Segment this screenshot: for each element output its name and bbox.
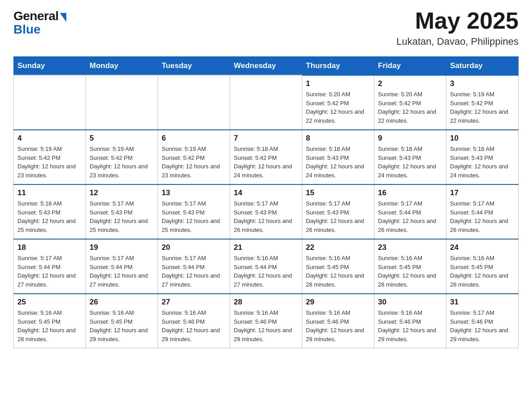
calendar-cell: 8Sunrise: 5:18 AMSunset: 5:43 PMDaylight… <box>302 130 374 184</box>
calendar-cell: 13Sunrise: 5:17 AMSunset: 5:43 PMDayligh… <box>158 184 230 239</box>
calendar-cell: 7Sunrise: 5:18 AMSunset: 5:42 PMDaylight… <box>230 130 302 184</box>
calendar-cell: 12Sunrise: 5:17 AMSunset: 5:43 PMDayligh… <box>86 184 158 239</box>
calendar-week-row: 4Sunrise: 5:19 AMSunset: 5:42 PMDaylight… <box>14 130 519 184</box>
day-info: Sunrise: 5:17 AMSunset: 5:44 PMDaylight:… <box>378 199 442 234</box>
logo-triangle-icon <box>60 13 66 22</box>
weekday-header-wednesday: Wednesday <box>230 57 302 76</box>
day-info: Sunrise: 5:16 AMSunset: 5:45 PMDaylight:… <box>306 254 370 289</box>
day-info: Sunrise: 5:19 AMSunset: 5:42 PMDaylight:… <box>17 145 82 180</box>
calendar-cell: 20Sunrise: 5:17 AMSunset: 5:44 PMDayligh… <box>158 239 230 294</box>
day-info: Sunrise: 5:20 AMSunset: 5:42 PMDaylight:… <box>306 90 370 125</box>
day-info: Sunrise: 5:17 AMSunset: 5:44 PMDaylight:… <box>17 254 82 289</box>
day-number: 2 <box>378 79 442 88</box>
day-info: Sunrise: 5:19 AMSunset: 5:42 PMDaylight:… <box>90 145 154 180</box>
title-section: May 2025 Lukatan, Davao, Philippines <box>396 9 519 47</box>
day-number: 11 <box>17 188 82 197</box>
day-info: Sunrise: 5:16 AMSunset: 5:44 PMDaylight:… <box>234 254 298 289</box>
calendar-cell: 9Sunrise: 5:18 AMSunset: 5:43 PMDaylight… <box>374 130 446 184</box>
day-number: 15 <box>306 188 370 197</box>
day-number: 31 <box>450 298 515 307</box>
calendar-cell: 25Sunrise: 5:16 AMSunset: 5:45 PMDayligh… <box>14 294 86 348</box>
calendar-cell: 5Sunrise: 5:19 AMSunset: 5:42 PMDaylight… <box>86 130 158 184</box>
day-info: Sunrise: 5:17 AMSunset: 5:44 PMDaylight:… <box>90 254 154 289</box>
day-number: 27 <box>162 298 226 307</box>
day-number: 18 <box>17 243 82 252</box>
day-number: 21 <box>234 243 298 252</box>
calendar-cell: 23Sunrise: 5:16 AMSunset: 5:45 PMDayligh… <box>374 239 446 294</box>
day-number: 7 <box>234 134 298 143</box>
logo-blue-text: Blue <box>13 22 41 37</box>
calendar-week-row: 25Sunrise: 5:16 AMSunset: 5:45 PMDayligh… <box>14 294 519 348</box>
weekday-header-friday: Friday <box>374 57 446 76</box>
day-number: 9 <box>378 134 442 143</box>
calendar-week-row: 11Sunrise: 5:18 AMSunset: 5:43 PMDayligh… <box>14 184 519 239</box>
day-number: 23 <box>378 243 442 252</box>
calendar-cell: 29Sunrise: 5:16 AMSunset: 5:46 PMDayligh… <box>302 294 374 348</box>
weekday-header-tuesday: Tuesday <box>158 57 230 76</box>
calendar-cell: 14Sunrise: 5:17 AMSunset: 5:43 PMDayligh… <box>230 184 302 239</box>
day-number: 22 <box>306 243 370 252</box>
weekday-header-thursday: Thursday <box>302 57 374 76</box>
calendar-cell: 21Sunrise: 5:16 AMSunset: 5:44 PMDayligh… <box>230 239 302 294</box>
day-info: Sunrise: 5:16 AMSunset: 5:45 PMDaylight:… <box>378 254 442 289</box>
day-info: Sunrise: 5:16 AMSunset: 5:46 PMDaylight:… <box>378 308 442 343</box>
day-number: 3 <box>450 79 515 88</box>
day-number: 5 <box>90 134 154 143</box>
day-number: 24 <box>450 243 515 252</box>
calendar-cell: 30Sunrise: 5:16 AMSunset: 5:46 PMDayligh… <box>374 294 446 348</box>
day-number: 8 <box>306 134 370 143</box>
calendar-cell: 15Sunrise: 5:17 AMSunset: 5:43 PMDayligh… <box>302 184 374 239</box>
calendar-cell: 17Sunrise: 5:17 AMSunset: 5:44 PMDayligh… <box>446 184 519 239</box>
calendar-cell: 6Sunrise: 5:19 AMSunset: 5:42 PMDaylight… <box>158 130 230 184</box>
day-info: Sunrise: 5:18 AMSunset: 5:43 PMDaylight:… <box>306 145 370 180</box>
calendar-cell: 16Sunrise: 5:17 AMSunset: 5:44 PMDayligh… <box>374 184 446 239</box>
calendar-cell: 3Sunrise: 5:19 AMSunset: 5:42 PMDaylight… <box>446 75 519 130</box>
day-number: 17 <box>450 188 515 197</box>
calendar-cell <box>14 75 86 130</box>
calendar-cell: 28Sunrise: 5:16 AMSunset: 5:46 PMDayligh… <box>230 294 302 348</box>
weekday-header-monday: Monday <box>86 57 158 76</box>
day-info: Sunrise: 5:20 AMSunset: 5:42 PMDaylight:… <box>378 90 442 125</box>
calendar-cell <box>158 75 230 130</box>
calendar-cell: 11Sunrise: 5:18 AMSunset: 5:43 PMDayligh… <box>14 184 86 239</box>
day-number: 28 <box>234 298 298 307</box>
day-info: Sunrise: 5:16 AMSunset: 5:46 PMDaylight:… <box>162 308 226 343</box>
day-info: Sunrise: 5:17 AMSunset: 5:44 PMDaylight:… <box>162 254 226 289</box>
day-number: 13 <box>162 188 226 197</box>
calendar-cell: 18Sunrise: 5:17 AMSunset: 5:44 PMDayligh… <box>14 239 86 294</box>
calendar-week-row: 1Sunrise: 5:20 AMSunset: 5:42 PMDaylight… <box>14 75 519 130</box>
day-info: Sunrise: 5:16 AMSunset: 5:45 PMDaylight:… <box>450 254 515 289</box>
day-info: Sunrise: 5:17 AMSunset: 5:46 PMDaylight:… <box>450 308 515 343</box>
calendar-cell: 27Sunrise: 5:16 AMSunset: 5:46 PMDayligh… <box>158 294 230 348</box>
month-title: May 2025 <box>396 9 519 32</box>
day-info: Sunrise: 5:19 AMSunset: 5:42 PMDaylight:… <box>162 145 226 180</box>
day-number: 30 <box>378 298 442 307</box>
calendar-cell <box>86 75 158 130</box>
page-header: General Blue May 2025 Lukatan, Davao, Ph… <box>13 9 519 47</box>
day-number: 19 <box>90 243 154 252</box>
day-number: 26 <box>90 298 154 307</box>
day-info: Sunrise: 5:18 AMSunset: 5:42 PMDaylight:… <box>234 145 298 180</box>
day-number: 16 <box>378 188 442 197</box>
calendar-cell: 24Sunrise: 5:16 AMSunset: 5:45 PMDayligh… <box>446 239 519 294</box>
calendar-header-row: SundayMondayTuesdayWednesdayThursdayFrid… <box>14 57 519 76</box>
calendar-week-row: 18Sunrise: 5:17 AMSunset: 5:44 PMDayligh… <box>14 239 519 294</box>
calendar-cell: 2Sunrise: 5:20 AMSunset: 5:42 PMDaylight… <box>374 75 446 130</box>
day-info: Sunrise: 5:18 AMSunset: 5:43 PMDaylight:… <box>450 145 515 180</box>
day-info: Sunrise: 5:16 AMSunset: 5:45 PMDaylight:… <box>90 308 154 343</box>
location-title: Lukatan, Davao, Philippines <box>396 36 519 47</box>
calendar-cell: 1Sunrise: 5:20 AMSunset: 5:42 PMDaylight… <box>302 75 374 130</box>
calendar-cell: 22Sunrise: 5:16 AMSunset: 5:45 PMDayligh… <box>302 239 374 294</box>
calendar-cell: 31Sunrise: 5:17 AMSunset: 5:46 PMDayligh… <box>446 294 519 348</box>
day-number: 14 <box>234 188 298 197</box>
day-number: 10 <box>450 134 515 143</box>
calendar-cell: 10Sunrise: 5:18 AMSunset: 5:43 PMDayligh… <box>446 130 519 184</box>
day-info: Sunrise: 5:17 AMSunset: 5:44 PMDaylight:… <box>450 199 515 234</box>
day-number: 12 <box>90 188 154 197</box>
day-number: 25 <box>17 298 82 307</box>
calendar-cell: 19Sunrise: 5:17 AMSunset: 5:44 PMDayligh… <box>86 239 158 294</box>
day-number: 29 <box>306 298 370 307</box>
day-info: Sunrise: 5:18 AMSunset: 5:43 PMDaylight:… <box>378 145 442 180</box>
day-info: Sunrise: 5:17 AMSunset: 5:43 PMDaylight:… <box>234 199 298 234</box>
day-info: Sunrise: 5:17 AMSunset: 5:43 PMDaylight:… <box>90 199 154 234</box>
